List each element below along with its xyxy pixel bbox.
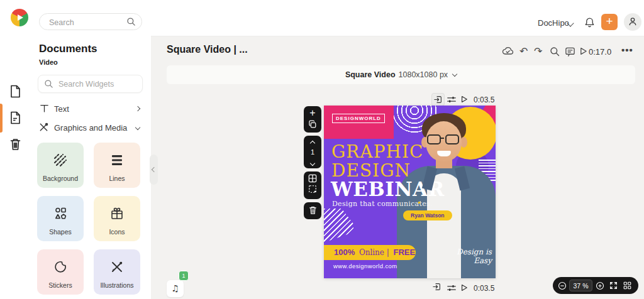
tile-shapes[interactable]: Shapes [37, 196, 84, 241]
design-canvas[interactable]: DESIGNWORLD GRAPHIC DESIGN WEBINAR Desig… [324, 106, 496, 278]
size-dimensions: 1080x1080 px [399, 70, 448, 79]
widget-search-icon [44, 79, 53, 89]
lines-icon [109, 153, 125, 168]
widget-search-input[interactable] [57, 78, 138, 90]
headline-graphic: GRAPHIC [331, 143, 423, 161]
section-text[interactable]: Text [38, 102, 143, 117]
search-icon [126, 17, 136, 26]
add-duplicate-group: + [304, 106, 321, 133]
deco-diagonal-stripes [324, 209, 353, 242]
workspace-menu[interactable]: DocHipo [538, 18, 569, 28]
user-avatar[interactable] [624, 13, 641, 31]
delete-group [304, 202, 321, 219]
photo-glasses-right [445, 134, 459, 144]
tile-stickers-label: Stickers [37, 281, 84, 289]
tile-stickers[interactable]: Stickers [37, 249, 84, 295]
design-subtitle: Design that communicates. [332, 200, 433, 208]
shapes-icon [53, 206, 68, 221]
graphics-media-icon [38, 122, 49, 133]
page-duration-bottom: 0:03.5 [474, 284, 494, 293]
page-settings-sliders-icon[interactable] [447, 95, 457, 104]
chevron-right-icon [135, 106, 140, 111]
panel-title: Documents [39, 43, 97, 55]
offer-badge: 100% Online | FREE [324, 245, 416, 260]
offer-free: FREE [393, 247, 415, 257]
photo-glasses-left [427, 134, 441, 144]
widgets-panel: Documents Video Text Graphics and Media … [30, 36, 151, 299]
pages-grid-icon[interactable] [623, 281, 631, 290]
tile-shapes-label: Shapes [37, 228, 84, 236]
global-search [39, 13, 142, 30]
duplicate-icon[interactable] [304, 120, 321, 129]
panel-collapse-handle[interactable] [150, 155, 158, 185]
brand-name: DESIGNWORLD [332, 114, 385, 123]
speaker-name-badge: Ryan Watson [403, 210, 452, 220]
panel-subtitle: Video [39, 58, 58, 66]
total-duration: 0:17.0 [589, 47, 611, 57]
fullscreen-icon[interactable] [609, 281, 618, 290]
preview-play-icon[interactable] [579, 47, 587, 55]
tagline: Design is Easy [457, 248, 492, 266]
illustrations-pencil-icon [109, 259, 125, 275]
size-chevron-down-icon [452, 72, 457, 77]
size-selector-bar[interactable]: Square Video 1080x1080 px [167, 65, 635, 84]
zoom-controls: 37 % [553, 277, 638, 294]
left-icon-rail [0, 36, 30, 299]
sticker-icon [53, 259, 68, 275]
play-page-bottom-icon[interactable] [460, 284, 468, 291]
zoom-level[interactable]: 37 % [569, 280, 592, 291]
redo-icon[interactable]: ↷ [534, 45, 542, 57]
app-logo-icon[interactable] [11, 9, 28, 26]
website-url: www.designworld.com [333, 263, 397, 269]
widget-search [38, 75, 143, 93]
layer-up-icon[interactable] [310, 141, 315, 146]
subtitle-yellow-square [418, 202, 420, 204]
audio-track-button[interactable]: ♫ [167, 280, 184, 297]
document-title[interactable]: Square Video | ... [167, 44, 248, 55]
section-graphics-media[interactable]: Graphics and Media [38, 121, 143, 136]
section-text-label: Text [54, 104, 69, 114]
grid-select-group [304, 171, 321, 199]
page-settings-sliders-bottom-icon[interactable] [447, 283, 457, 293]
section-graphics-label: Graphics and Media [54, 123, 127, 133]
tile-icons-label: Icons [94, 228, 140, 236]
zoom-in-icon[interactable] [596, 281, 604, 290]
play-page-icon[interactable] [460, 95, 468, 103]
grid-view-icon[interactable] [304, 171, 321, 183]
tile-background-label: Background [37, 175, 84, 182]
trash-icon[interactable] [9, 138, 21, 151]
tile-icons[interactable]: Icons [94, 196, 140, 241]
insert-page-button[interactable] [431, 93, 445, 106]
tile-illustrations[interactable]: Illustrations [94, 249, 140, 295]
page-duration-top: 0:03.5 [474, 95, 494, 104]
delete-element-icon[interactable] [304, 202, 321, 215]
size-name: Square Video [345, 70, 396, 79]
active-section-indicator [0, 104, 3, 133]
background-hatch-icon [53, 153, 68, 168]
add-element-button[interactable]: + [304, 107, 321, 119]
top-bar: DocHipo + [0, 0, 644, 36]
global-search-input[interactable] [48, 16, 126, 28]
tile-lines[interactable]: Lines [94, 143, 140, 188]
templates-document-icon[interactable] [9, 111, 21, 124]
select-area-icon[interactable] [304, 183, 321, 193]
documents-blank-icon[interactable] [9, 85, 21, 98]
photo-glasses-bridge [441, 138, 444, 139]
undo-icon[interactable]: ↶ [519, 45, 528, 57]
offer-percent: 100% [334, 247, 355, 257]
logo-play-triangle [18, 14, 23, 21]
gift-icon [109, 206, 125, 221]
insert-page-bottom-icon[interactable] [432, 282, 441, 291]
tile-lines-label: Lines [94, 175, 140, 182]
tile-background[interactable]: Background [37, 143, 84, 188]
cloud-saved-icon [502, 46, 514, 57]
zoom-out-icon[interactable] [558, 281, 567, 290]
offer-middle: Online | [359, 248, 389, 257]
more-options-icon[interactable]: ••• [621, 45, 633, 55]
comments-icon[interactable] [565, 46, 575, 57]
create-new-button[interactable]: + [601, 14, 618, 30]
notifications-bell-icon[interactable] [584, 17, 595, 28]
layer-down-icon[interactable] [310, 161, 315, 166]
layer-number: 1 [304, 148, 321, 156]
zoom-search-icon[interactable] [550, 46, 560, 57]
